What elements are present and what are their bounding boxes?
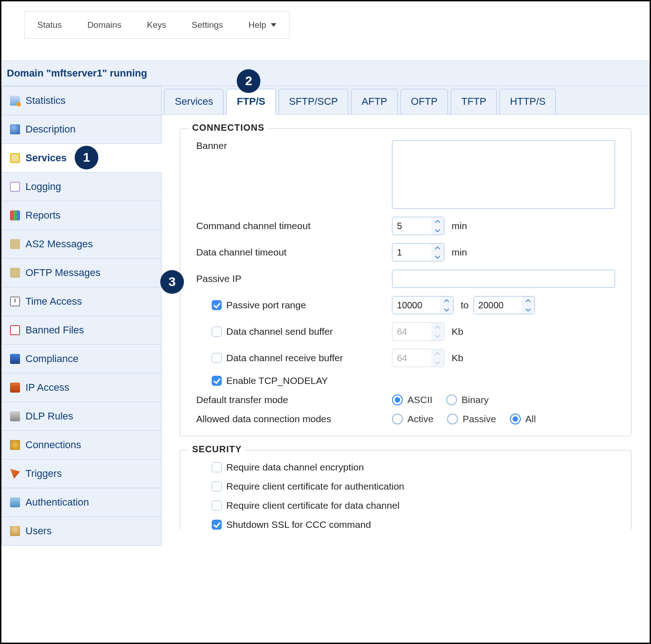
sec-item-2[interactable]: Require client certificate for data chan… [196, 500, 400, 511]
send-buffer-input[interactable] [392, 323, 431, 340]
spinner-up-icon[interactable] [440, 296, 453, 305]
data-timeout-label: Data channel timeout [196, 247, 392, 258]
menu-help[interactable]: Help [236, 12, 289, 38]
spinner-down-icon[interactable] [431, 358, 444, 367]
port-from-spinner[interactable] [392, 296, 453, 314]
send-buffer-checkbox[interactable] [212, 327, 222, 337]
services-icon [10, 153, 20, 163]
tab-aftp[interactable]: AFTP [351, 89, 397, 114]
radio-passive[interactable] [447, 414, 458, 424]
spinner-up-icon[interactable] [431, 217, 444, 226]
sidebar-item-banned-files[interactable]: Banned Files [1, 316, 162, 345]
sidebar-item-compliance[interactable]: Compliance [1, 345, 162, 373]
cmd-timeout-spinner[interactable] [392, 217, 444, 235]
passive-port-label[interactable]: Passive port range [196, 300, 392, 311]
banner-input[interactable] [392, 140, 615, 209]
spinner-down-icon[interactable] [431, 252, 444, 261]
sidebar-item-description[interactable]: Description [1, 115, 162, 144]
tab-services[interactable]: Services [164, 89, 224, 114]
sec-checkbox-2[interactable] [212, 501, 222, 511]
passive-label: Passive [463, 414, 496, 424]
radio-ascii[interactable] [392, 394, 403, 405]
tcp-nodelay-label[interactable]: Enable TCP_NODELAY [196, 375, 392, 386]
banner-label: Banner [196, 140, 392, 151]
cmd-timeout-input[interactable] [392, 217, 431, 235]
spinner-up-icon[interactable] [522, 296, 534, 305]
spinner-down-icon[interactable] [440, 305, 453, 314]
sidebar-item-dlp-rules[interactable]: DLP Rules [1, 402, 162, 431]
sidebar-item-logging[interactable]: Logging [1, 173, 162, 201]
binary-label: Binary [462, 394, 489, 405]
recv-buffer-label[interactable]: Data channel receive buffer [196, 353, 392, 363]
sec-item-1[interactable]: Require client certificate for authentic… [196, 481, 404, 492]
radio-all[interactable] [510, 414, 521, 424]
sidebar-item-services[interactable]: Services 1 [1, 144, 162, 173]
tab-sftp[interactable]: SFTP/SCP [279, 89, 349, 114]
port-to-input[interactable] [474, 296, 522, 314]
send-buffer-label[interactable]: Data channel send buffer [196, 326, 392, 337]
port-to-spinner[interactable] [473, 296, 535, 314]
tab-ftps[interactable]: FTP/S 2 [226, 89, 275, 115]
sec-checkbox-3[interactable] [212, 520, 222, 530]
sidebar-item-as2[interactable]: AS2 Messages [1, 230, 162, 259]
tab-https[interactable]: HTTP/S [499, 89, 556, 114]
tab-tftp[interactable]: TFTP [451, 89, 497, 114]
sidebar-item-connections[interactable]: Connections [1, 431, 162, 460]
kb-unit: Kb [452, 326, 463, 337]
sidebar-item-reports[interactable]: Reports [1, 201, 162, 230]
tcp-nodelay-checkbox[interactable] [212, 376, 222, 386]
sec-item-3[interactable]: Shutdown SSL for CCC command [196, 519, 371, 530]
menu-status[interactable]: Status [25, 12, 75, 38]
menu-keys[interactable]: Keys [134, 12, 179, 38]
passive-ip-label: Passive IP [196, 273, 392, 284]
min-unit: min [452, 247, 467, 258]
recv-buffer-input[interactable] [392, 349, 431, 367]
menu-settings[interactable]: Settings [179, 12, 236, 38]
spinner-up-icon[interactable] [431, 323, 444, 332]
kb-unit: Kb [452, 353, 463, 363]
data-timeout-spinner[interactable] [392, 243, 444, 261]
conn-modes-label: Allowed data connection modes [196, 414, 392, 424]
min-unit: min [452, 220, 467, 231]
to-label: to [461, 300, 469, 311]
connections-section: CONNECTIONS 3 Banner Command channel tim… [180, 128, 631, 436]
reports-icon [10, 210, 20, 220]
send-buffer-spinner[interactable] [392, 322, 444, 341]
tab-oftp[interactable]: OFTP [401, 89, 448, 114]
sidebar-item-oftp[interactable]: OFTP Messages [1, 259, 162, 287]
sec-item-0[interactable]: Require data channel encryption [196, 462, 392, 473]
data-timeout-input[interactable] [392, 244, 431, 261]
spinner-down-icon[interactable] [431, 332, 444, 340]
sidebar-item-users[interactable]: Users [1, 517, 162, 546]
menu-domains[interactable]: Domains [75, 12, 134, 38]
connections-legend: CONNECTIONS [188, 123, 268, 133]
spinner-down-icon[interactable] [431, 226, 444, 235]
spinner-down-icon[interactable] [522, 305, 534, 314]
gear-icon [10, 440, 20, 450]
radio-active[interactable] [392, 414, 403, 424]
sidebar-item-statistics[interactable]: Statistics [1, 86, 162, 115]
recv-buffer-spinner[interactable] [392, 349, 444, 367]
callout-badge-1: 1 [75, 146, 98, 169]
all-label: All [525, 414, 536, 424]
firewall-icon [10, 383, 20, 393]
clock-icon [10, 296, 20, 307]
spinner-up-icon[interactable] [431, 244, 444, 252]
recv-buffer-checkbox[interactable] [212, 353, 222, 363]
passive-ip-input[interactable] [392, 270, 615, 288]
description-icon [10, 124, 20, 134]
sec-checkbox-0[interactable] [212, 462, 222, 472]
radio-binary[interactable] [446, 394, 457, 405]
sidebar-item-time-access[interactable]: Time Access [1, 287, 162, 316]
port-from-input[interactable] [392, 296, 440, 314]
as2-icon [10, 239, 20, 249]
passive-port-checkbox[interactable] [212, 300, 222, 310]
sidebar: Statistics Description Services 1 Loggin… [1, 86, 162, 557]
top-menu: Status Domains Keys Settings Help [24, 11, 290, 39]
sidebar-item-ip-access[interactable]: IP Access [1, 373, 162, 402]
transfer-mode-label: Default transfer mode [196, 394, 392, 405]
spinner-up-icon[interactable] [431, 349, 444, 358]
sidebar-item-authentication[interactable]: Authentication [1, 488, 162, 517]
sidebar-item-triggers[interactable]: Triggers [1, 460, 162, 488]
sec-checkbox-1[interactable] [212, 481, 222, 491]
